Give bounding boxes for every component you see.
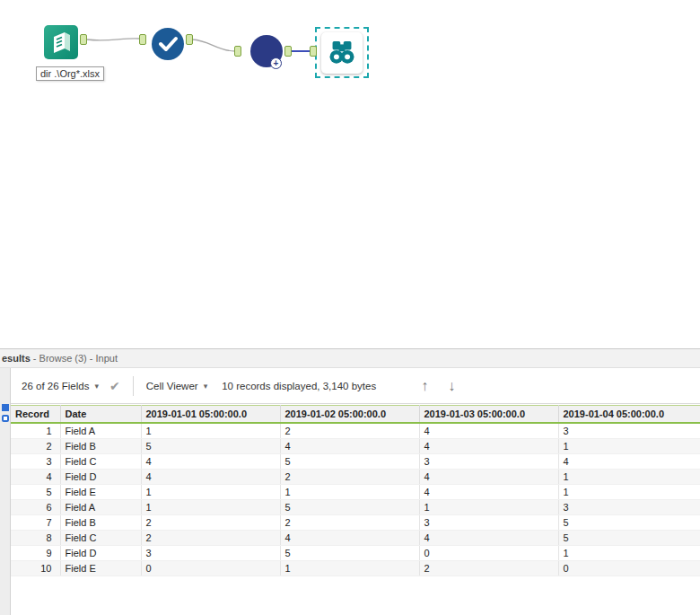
record-number-cell[interactable]: 3 (11, 454, 60, 470)
table-cell[interactable]: 4 (419, 531, 558, 546)
table-cell[interactable]: 4 (419, 423, 558, 439)
table-cell[interactable]: Field A (60, 423, 141, 439)
table-cell[interactable]: 4 (419, 485, 558, 500)
table-cell[interactable]: 5 (280, 454, 419, 470)
record-number-cell[interactable]: 5 (11, 485, 60, 500)
record-number-cell[interactable]: 4 (11, 470, 60, 485)
check-tool[interactable] (152, 28, 184, 60)
table-cell[interactable]: 4 (280, 439, 419, 454)
table-cell[interactable]: 1 (558, 485, 700, 500)
table-cell[interactable]: 1 (141, 500, 280, 515)
record-number-cell[interactable]: 2 (11, 439, 60, 454)
table-cell[interactable]: Field A (60, 500, 141, 515)
fields-dropdown-label: 26 of 26 Fields (22, 381, 89, 391)
output-anchor[interactable] (284, 46, 292, 57)
browse-tool[interactable] (321, 32, 363, 74)
tool-annotation[interactable]: dir .\Org*.xlsx (36, 66, 104, 81)
table-cell[interactable]: 2 (141, 515, 280, 531)
table-cell[interactable]: 0 (558, 561, 700, 576)
down-arrow-icon[interactable]: ↓ (448, 378, 455, 394)
table-row[interactable]: 8Field C2445 (11, 531, 700, 546)
table-view-icon[interactable] (2, 404, 9, 411)
record-number-cell[interactable]: 6 (11, 500, 60, 515)
table-cell[interactable]: 1 (280, 485, 419, 500)
table-cell[interactable]: 4 (280, 531, 419, 546)
table-cell[interactable]: Field B (60, 439, 141, 454)
output-anchor[interactable] (186, 34, 193, 45)
table-cell[interactable]: 4 (141, 470, 280, 485)
table-cell[interactable]: 3 (419, 515, 558, 531)
table-cell[interactable]: 2 (280, 470, 419, 485)
table-row[interactable]: 6Field A1513 (11, 500, 700, 515)
table-cell[interactable]: 1 (141, 423, 280, 439)
table-cell[interactable]: Field C (60, 531, 141, 546)
apply-check-icon[interactable]: ✔ (109, 379, 120, 393)
input-anchor[interactable] (234, 46, 241, 57)
fields-dropdown[interactable]: 26 of 26 Fields ▾ (16, 377, 104, 395)
table-cell[interactable]: 0 (141, 561, 280, 576)
table-cell[interactable]: 5 (141, 439, 280, 454)
table-cell[interactable]: 5 (280, 546, 419, 561)
up-arrow-icon[interactable]: ↑ (421, 378, 428, 394)
table-row[interactable]: 3Field C4534 (11, 454, 700, 470)
output-anchor[interactable] (80, 34, 87, 45)
table-cell[interactable]: Field D (60, 546, 141, 561)
col-header-day4[interactable]: 2019-01-04 05:00:00.0 (558, 406, 700, 424)
col-header-date[interactable]: Date (60, 406, 141, 424)
table-cell[interactable]: 3 (558, 423, 700, 439)
input-anchor[interactable] (139, 34, 146, 45)
alteryx-designer-window: + dir .\Org*.xlsx esults - Brows (0, 0, 700, 615)
table-cell[interactable]: Field E (60, 561, 141, 576)
table-cell[interactable]: 2 (280, 423, 419, 439)
record-number-cell[interactable]: 1 (11, 423, 60, 439)
results-subtitle: - Browse (3) - Input (31, 353, 118, 364)
table-cell[interactable]: 4 (141, 454, 280, 470)
workflow-canvas[interactable]: + dir .\Org*.xlsx (0, 0, 700, 348)
profile-view-icon[interactable] (2, 415, 9, 422)
table-cell[interactable]: 3 (419, 454, 558, 470)
results-toolbar: 26 of 26 Fields ▾ ✔ Cell Viewer ▾ 10 rec… (0, 368, 700, 404)
table-cell[interactable]: 4 (419, 439, 558, 454)
table-cell[interactable]: 2 (141, 531, 280, 546)
table-cell[interactable]: Field C (60, 454, 141, 470)
col-header-day2[interactable]: 2019-01-02 05:00:00.0 (280, 406, 419, 424)
table-row[interactable]: 7Field B2235 (11, 515, 700, 531)
table-row[interactable]: 9Field D3501 (11, 546, 700, 561)
table-cell[interactable]: 3 (558, 500, 700, 515)
col-header-record[interactable]: Record (11, 406, 60, 424)
record-number-cell[interactable]: 7 (11, 515, 60, 531)
table-cell[interactable]: 1 (558, 470, 700, 485)
table-cell[interactable]: Field B (60, 515, 141, 531)
table-cell[interactable]: 4 (558, 454, 700, 470)
table-cell[interactable]: 5 (558, 515, 700, 531)
table-row[interactable]: 5Field E1141 (11, 485, 700, 500)
input-anchor[interactable] (310, 46, 317, 57)
table-row[interactable]: 1Field A1243 (11, 423, 700, 439)
cell-viewer-dropdown[interactable]: Cell Viewer ▾ (141, 377, 213, 395)
table-cell[interactable]: 5 (558, 531, 700, 546)
table-cell[interactable]: 4 (419, 470, 558, 485)
input-data-tool[interactable] (43, 24, 79, 64)
table-cell[interactable]: 1 (419, 500, 558, 515)
table-cell[interactable]: 1 (558, 546, 700, 561)
record-number-cell[interactable]: 8 (11, 531, 60, 546)
record-number-cell[interactable]: 10 (11, 561, 60, 576)
table-cell[interactable]: 2 (280, 515, 419, 531)
input-data-icon (43, 24, 79, 60)
table-cell[interactable]: 1 (558, 439, 700, 454)
table-row[interactable]: 4Field D4241 (11, 470, 700, 485)
table-cell[interactable]: 5 (280, 500, 419, 515)
table-cell[interactable]: 1 (280, 561, 419, 576)
col-header-day3[interactable]: 2019-01-03 05:00:00.0 (419, 406, 558, 424)
table-cell[interactable]: 0 (419, 546, 558, 561)
table-cell[interactable]: Field D (60, 470, 141, 485)
table-cell[interactable]: 3 (141, 546, 280, 561)
records-summary: 10 records displayed, 3,140 bytes (222, 381, 376, 391)
table-row[interactable]: 10Field E0120 (11, 561, 700, 576)
table-cell[interactable]: 2 (419, 561, 558, 576)
col-header-day1[interactable]: 2019-01-01 05:00:00.0 (141, 406, 280, 424)
table-row[interactable]: 2Field B5441 (11, 439, 700, 454)
table-cell[interactable]: 1 (141, 485, 280, 500)
table-cell[interactable]: Field E (60, 485, 141, 500)
record-number-cell[interactable]: 9 (11, 546, 60, 561)
